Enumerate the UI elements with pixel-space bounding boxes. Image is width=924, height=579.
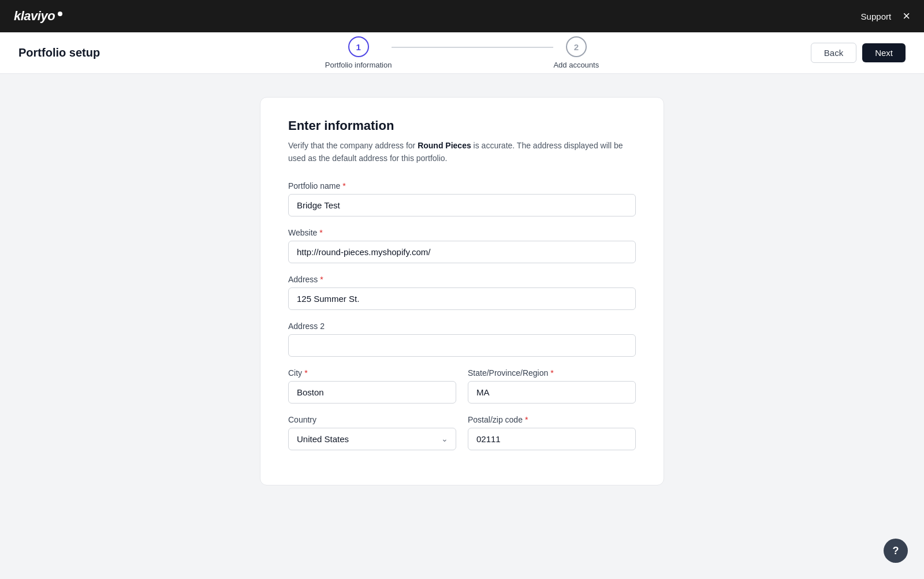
address-group: Address * (288, 275, 636, 310)
website-label: Website * (288, 228, 636, 237)
address-input[interactable] (288, 287, 636, 310)
step-2-circle: 2 (566, 36, 587, 57)
step-2-label: Add accounts (553, 61, 599, 69)
city-input[interactable] (288, 381, 456, 404)
city-state-row: City * State/Province/Region * (288, 368, 636, 415)
address2-group: Address 2 (288, 322, 636, 357)
address2-label: Address 2 (288, 322, 636, 331)
step-1-circle: 1 (348, 36, 369, 57)
website-group: Website * (288, 228, 636, 263)
step-1-container: 1 Portfolio information (325, 36, 392, 69)
postal-group: Postal/zip code * (468, 415, 636, 450)
header-actions: Back Next (790, 43, 906, 63)
portfolio-name-label: Portfolio name * (288, 181, 636, 190)
next-button[interactable]: Next (862, 43, 906, 62)
step-connector (392, 47, 553, 48)
support-link[interactable]: Support (861, 12, 892, 21)
desc-prefix: Verify that the company address for (288, 141, 418, 150)
required-star-address: * (320, 275, 323, 284)
stepper: 1 Portfolio information 2 Add accounts (134, 36, 790, 69)
company-name: Round Pieces (418, 141, 471, 150)
portfolio-name-group: Portfolio name * (288, 181, 636, 216)
help-button[interactable]: ? (884, 539, 908, 563)
required-star-postal: * (525, 415, 528, 424)
country-postal-row: Country United States Canada United King… (288, 415, 636, 462)
state-label: State/Province/Region * (468, 368, 636, 378)
portfolio-name-input[interactable] (288, 194, 636, 216)
logo-text: klaviyo (14, 9, 55, 24)
state-group: State/Province/Region * (468, 368, 636, 404)
step-1-label: Portfolio information (325, 61, 392, 69)
close-button[interactable]: × (903, 10, 910, 23)
postal-label: Postal/zip code * (468, 415, 636, 424)
country-select-wrapper: United States Canada United Kingdom ⌄ (288, 428, 456, 450)
website-input[interactable] (288, 241, 636, 263)
form-card: Enter information Verify that the compan… (260, 97, 664, 485)
logo: klaviyo (14, 9, 63, 24)
address-label: Address * (288, 275, 636, 284)
required-star-city: * (304, 368, 307, 378)
required-star-state: * (550, 368, 553, 378)
topbar: klaviyo Support × (0, 0, 924, 32)
address2-input[interactable] (288, 334, 636, 357)
country-label: Country (288, 415, 456, 424)
required-star-name: * (342, 181, 345, 190)
step-2-container: 2 Add accounts (553, 36, 599, 69)
step-1-number: 1 (356, 42, 360, 52)
back-button[interactable]: Back (811, 43, 856, 63)
required-star-website: * (319, 228, 322, 237)
svg-point-0 (58, 12, 62, 16)
form-description: Verify that the company address for Roun… (288, 139, 636, 165)
form-title: Enter information (288, 118, 636, 133)
city-group: City * (288, 368, 456, 404)
state-input[interactable] (468, 381, 636, 404)
page-title: Portfolio setup (18, 46, 134, 59)
postal-input[interactable] (468, 428, 636, 450)
country-select[interactable]: United States Canada United Kingdom (288, 428, 456, 450)
country-group: Country United States Canada United King… (288, 415, 456, 450)
city-label: City * (288, 368, 456, 378)
page-header: Portfolio setup 1 Portfolio information … (0, 32, 924, 74)
step-2-number: 2 (574, 42, 579, 52)
topbar-right: Support × (861, 10, 910, 23)
main-content: Enter information Verify that the compan… (0, 74, 924, 509)
